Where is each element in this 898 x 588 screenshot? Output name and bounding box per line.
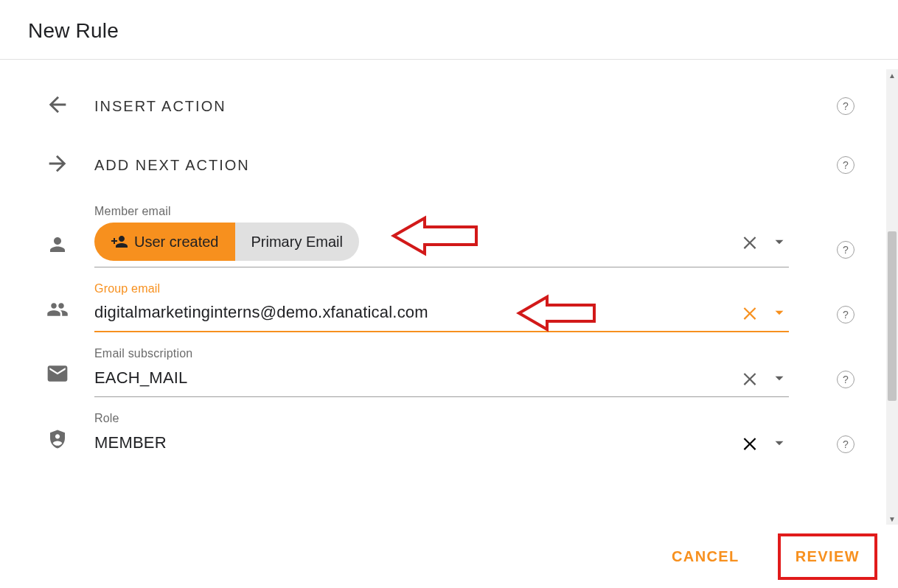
group-email-value: digitalmarketinginterns@demo.xfanatical.…: [94, 303, 740, 322]
shield-person-icon: [46, 428, 69, 453]
insert-action-title: INSERT ACTION: [94, 98, 817, 115]
user-created-chip-label: User created: [134, 234, 219, 251]
help-icon[interactable]: ?: [837, 371, 855, 388]
clear-icon[interactable]: [740, 232, 759, 251]
person-add-icon: [111, 233, 128, 251]
scroll-up-icon[interactable]: ▲: [886, 69, 898, 81]
new-rule-dialog: New Rule INSERT ACTION ?: [0, 0, 898, 588]
dropdown-icon[interactable]: [770, 368, 789, 388]
dialog-title: New Rule: [28, 19, 870, 43]
email-subscription-label: Email subscription: [94, 347, 789, 360]
person-icon: [46, 234, 69, 259]
add-next-action-title: ADD NEXT ACTION: [94, 157, 817, 174]
group-email-row: Group email digitalmarketinginterns@demo…: [0, 272, 886, 337]
member-email-label: Member email: [94, 205, 789, 218]
member-email-input[interactable]: User created Primary Email: [94, 223, 789, 267]
scrollbar[interactable]: ▲ ▼: [886, 69, 898, 525]
clear-icon[interactable]: [740, 303, 759, 322]
dropdown-icon[interactable]: [770, 232, 789, 251]
group-icon: [45, 298, 70, 323]
dialog-footer: CANCEL REVIEW: [0, 525, 898, 588]
scrollbar-thumb[interactable]: [888, 231, 897, 401]
review-button[interactable]: REVIEW: [779, 535, 876, 578]
role-row: Role MEMBER ?: [0, 402, 886, 466]
primary-email-chip-label: Primary Email: [251, 234, 343, 251]
dialog-header: New Rule: [0, 0, 898, 60]
help-icon[interactable]: ?: [837, 156, 855, 174]
dialog-body[interactable]: INSERT ACTION ? ADD NEXT ACTION ?: [0, 69, 886, 525]
help-icon[interactable]: ?: [837, 241, 855, 259]
dropdown-icon[interactable]: [770, 433, 789, 452]
group-email-label: Group email: [94, 282, 789, 295]
arrow-left-icon[interactable]: [45, 92, 70, 120]
email-subscription-input[interactable]: EACH_MAIL: [94, 365, 789, 397]
cancel-button[interactable]: CANCEL: [655, 535, 756, 578]
arrow-right-icon[interactable]: [45, 151, 70, 179]
primary-email-chip[interactable]: Primary Email: [235, 223, 359, 261]
user-created-chip[interactable]: User created: [94, 223, 235, 261]
add-next-action-row: ADD NEXT ACTION ?: [0, 136, 886, 195]
member-email-chip-group: User created Primary Email: [94, 223, 359, 261]
mail-icon: [46, 362, 69, 388]
group-email-input[interactable]: digitalmarketinginterns@demo.xfanatical.…: [94, 300, 789, 332]
clear-icon[interactable]: [740, 368, 759, 388]
help-icon[interactable]: ?: [837, 306, 855, 323]
member-email-row: Member email User created: [0, 195, 886, 272]
insert-action-row: INSERT ACTION ?: [0, 77, 886, 136]
role-value: MEMBER: [94, 433, 740, 452]
clear-icon[interactable]: [740, 433, 759, 452]
email-subscription-value: EACH_MAIL: [94, 368, 740, 388]
help-icon[interactable]: ?: [837, 435, 855, 453]
scroll-down-icon[interactable]: ▼: [886, 513, 898, 525]
help-icon[interactable]: ?: [837, 97, 855, 115]
role-input[interactable]: MEMBER: [94, 430, 789, 462]
role-label: Role: [94, 412, 789, 425]
dropdown-icon[interactable]: [770, 303, 789, 322]
email-subscription-row: Email subscription EACH_MAIL: [0, 337, 886, 402]
